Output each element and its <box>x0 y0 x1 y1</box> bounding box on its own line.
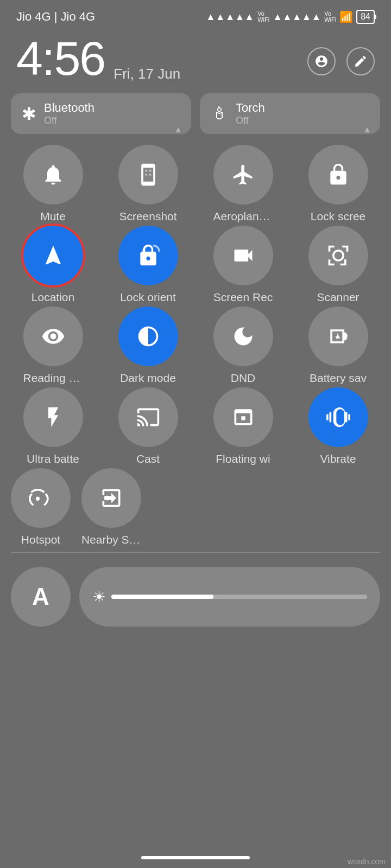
carrier-text: Jio 4G | Jio 4G <box>16 10 95 24</box>
floatingwindow-label: Floating wi <box>216 452 270 465</box>
bluetooth-label: Bluetooth <box>44 101 94 115</box>
watermark: wsxdn.com <box>348 857 386 866</box>
aeroplane-circle <box>213 145 273 205</box>
screenrec-circle <box>213 226 273 285</box>
ultrabattery-label: Ultra batte <box>27 452 79 465</box>
ultrabattery-tile[interactable]: Ultra batte <box>11 387 95 465</box>
lockorient-circle <box>118 226 178 285</box>
divider <box>11 552 380 553</box>
darkmode-tile[interactable]: Dark mode <box>106 307 190 385</box>
status-bar: Jio 4G | Jio 4G ▲▲▲▲▲ VoWiFi ▲▲▲▲▲ VoWiF… <box>0 0 391 29</box>
tiles-row-2: Location Lock orient Screen Rec Scanner <box>0 226 391 304</box>
torch-expand-arrow: ▲ <box>363 125 371 135</box>
torch-icon: 🕯 <box>211 104 228 124</box>
batterysaver-tile[interactable]: Battery sav <box>296 307 380 385</box>
mute-tile[interactable]: Mute <box>11 145 95 223</box>
batterysaver-circle <box>308 307 368 366</box>
font-size-button[interactable]: A <box>11 567 71 627</box>
cast-label: Cast <box>136 452 160 465</box>
lockscreen-tile[interactable]: Lock scree <box>296 145 380 223</box>
hotspot-circle <box>11 468 71 528</box>
lockscreen-circle <box>308 145 368 205</box>
batterysaver-label: Battery sav <box>310 372 367 385</box>
tiles-row-1: Mute Screenshot Aeroplane m Lock scree <box>0 145 391 223</box>
hotspot-label: Hotspot <box>21 533 60 546</box>
readingmode-circle <box>23 307 83 366</box>
darkmode-label: Dark mode <box>120 372 176 385</box>
bluetooth-expand-arrow: ▲ <box>174 125 182 135</box>
status-icons: ▲▲▲▲▲ VoWiFi ▲▲▲▲▲ VoWiFi 📶 84 <box>206 10 375 24</box>
mute-label: Mute <box>40 210 66 223</box>
dnd-circle <box>213 307 273 366</box>
settings-icon[interactable] <box>307 47 336 75</box>
battery-indicator: 84 <box>356 10 375 24</box>
slider-fill <box>111 595 213 599</box>
dnd-tile[interactable]: DND <box>201 307 285 385</box>
tiles-row-5: Hotspot Nearby Sha <box>0 468 391 546</box>
scanner-label: Scanner <box>317 291 359 304</box>
cast-circle <box>118 387 178 447</box>
slider-track <box>111 595 367 599</box>
aeroplane-label: Aeroplane m <box>213 210 273 223</box>
vibrate-label: Vibrate <box>320 452 356 465</box>
edit-icon[interactable] <box>346 47 375 75</box>
screenshot-circle <box>118 145 178 205</box>
vibrate-tile[interactable]: Vibrate <box>296 387 380 465</box>
clock-time: 4:56 <box>16 35 105 82</box>
screenrec-label: Screen Rec <box>213 291 273 304</box>
signal-icon-1: ▲▲▲▲▲ <box>206 11 254 23</box>
screenshot-label: Screenshot <box>119 210 176 223</box>
dnd-label: DND <box>231 372 256 385</box>
lockscreen-label: Lock scree <box>311 210 366 223</box>
tiles-row-3: Reading mo Dark mode DND Battery sav <box>0 307 391 385</box>
clock-area: 4:56 Fri, 17 Jun <box>0 29 391 93</box>
clock-date: Fri, 17 Jun <box>113 66 180 82</box>
vowifi-label-2: VoWiFi <box>324 11 336 23</box>
bluetooth-icon: ✱ <box>22 104 36 124</box>
darkmode-circle <box>118 307 178 366</box>
screenrec-tile[interactable]: Screen Rec <box>201 226 285 304</box>
floatingwindow-tile[interactable]: Floating wi <box>201 387 285 465</box>
scanner-circle <box>308 226 368 285</box>
bottom-controls: A ☀ <box>0 558 391 635</box>
hotspot-tile[interactable]: Hotspot <box>11 468 71 546</box>
brightness-slider[interactable]: ☀ <box>79 567 380 627</box>
tiles-row-4: Ultra batte Cast Floating wi Vibrate <box>0 387 391 465</box>
partial-tiles-row: ✱ Bluetooth Off ▲ 🕯 Torch Off ▲ <box>0 93 391 134</box>
font-label: A <box>32 583 49 610</box>
bluetooth-status: Off <box>44 115 94 126</box>
brightness-icon: ☀ <box>92 588 106 606</box>
lockorient-label: Lock orient <box>120 291 176 304</box>
vowifi-label-1: VoWiFi <box>257 11 269 23</box>
nearbyshare-tile[interactable]: Nearby Sha <box>81 468 141 546</box>
mute-circle <box>23 145 83 205</box>
screenshot-tile[interactable]: Screenshot <box>106 145 190 223</box>
wifi-icon: 📶 <box>339 10 353 23</box>
bluetooth-tile[interactable]: ✱ Bluetooth Off ▲ <box>11 93 191 134</box>
location-circle <box>23 226 83 285</box>
location-tile[interactable]: Location <box>11 226 95 304</box>
lockorient-tile[interactable]: Lock orient <box>106 226 190 304</box>
torch-tile[interactable]: 🕯 Torch Off ▲ <box>200 93 380 134</box>
readingmode-tile[interactable]: Reading mo <box>11 307 95 385</box>
clock-action-icons <box>307 47 375 75</box>
nearbyshare-label: Nearby Sha <box>81 533 141 546</box>
torch-label: Torch <box>236 101 265 115</box>
cast-tile[interactable]: Cast <box>106 387 190 465</box>
signal-icon-2: ▲▲▲▲▲ <box>273 11 321 23</box>
battery-level: 84 <box>361 12 370 21</box>
readingmode-label: Reading mo <box>23 372 83 385</box>
ultrabattery-circle <box>23 387 83 447</box>
vibrate-circle <box>308 387 368 447</box>
floatingwindow-circle <box>213 387 273 447</box>
nearbyshare-circle <box>81 468 141 528</box>
nav-bar <box>141 856 250 859</box>
scanner-tile[interactable]: Scanner <box>296 226 380 304</box>
location-label: Location <box>31 291 74 304</box>
aeroplane-tile[interactable]: Aeroplane m <box>201 145 285 223</box>
torch-status: Off <box>236 115 265 126</box>
